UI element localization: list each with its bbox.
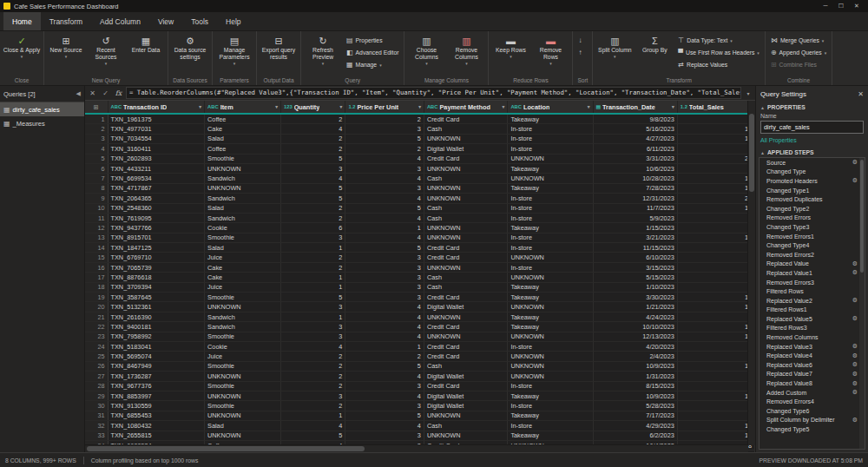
column-header-transaction-id[interactable]: ABCTransaction ID▾ <box>108 101 205 114</box>
table-cell[interactable]: In-store <box>508 243 593 253</box>
table-cell[interactable]: 4 <box>677 144 754 154</box>
table-cell[interactable]: Digital Wallet <box>424 302 507 312</box>
step-settings-gear-icon[interactable]: ⚙ <box>852 371 858 378</box>
table-cell[interactable]: 6/2/2023 <box>593 431 677 440</box>
table-cell[interactable]: 5 <box>345 361 424 371</box>
table-cell[interactable]: 4 <box>345 154 424 163</box>
table-cell[interactable]: 5 <box>280 194 345 203</box>
table-cell[interactable]: TXN_8876618 <box>108 273 205 282</box>
table-cell[interactable]: Cash <box>424 421 507 431</box>
table-cell[interactable]: UNKNOWN <box>205 411 281 420</box>
manage-button[interactable]: ▦Manage▾ <box>344 59 401 70</box>
table-cell[interactable]: 4/27/2023 <box>593 134 677 143</box>
table-cell[interactable]: Cash <box>424 361 507 371</box>
table-cell[interactable]: 8/15/2023 <box>593 381 677 391</box>
sort-descending-button[interactable]: ↑ <box>575 47 584 58</box>
applied-step-filtered-rows3[interactable]: Filtered Rows3 <box>760 324 865 333</box>
table-cell[interactable]: TXN_4977031 <box>108 124 205 134</box>
table-cell[interactable]: 6 <box>677 401 754 411</box>
table-cell[interactable]: 7/17/2023 <box>593 411 677 420</box>
applied-step-replaced-value8[interactable]: Replaced Value8⚙ <box>760 378 865 388</box>
table-cell[interactable]: 5 <box>280 183 345 193</box>
table-cell[interactable]: 4 <box>345 312 424 321</box>
properties-section-header[interactable]: ▲ PROPERTIES <box>756 102 868 112</box>
table-cell[interactable]: TXN_4717867 <box>108 183 205 193</box>
table-cell[interactable]: 5 <box>345 134 424 143</box>
table-cell[interactable]: 4 <box>677 341 754 351</box>
row-number[interactable]: 20 <box>85 302 108 312</box>
table-cell[interactable]: Cash <box>424 213 507 222</box>
table-cell[interactable]: 2 <box>345 144 424 154</box>
table-cell[interactable]: In-store <box>508 341 593 351</box>
table-cell[interactable]: Takeaway <box>508 312 593 321</box>
menu-tab-home[interactable]: Home <box>3 12 41 30</box>
vertical-scrollbar-thumb[interactable] <box>749 114 754 192</box>
applied-step-filtered-rows1[interactable]: Filtered Rows1 <box>760 306 865 315</box>
table-cell[interactable]: TXN_6769710 <box>108 253 205 262</box>
table-cell[interactable]: Takeaway <box>508 391 593 400</box>
table-cell[interactable]: 2 <box>280 401 345 411</box>
collapse-queries-pane-icon[interactable]: ◀ <box>76 90 81 97</box>
manage-parameters-button[interactable]: ▤Manage Parameters▾ <box>215 33 253 76</box>
enter-data-button[interactable]: ▦Enter Data <box>127 33 165 76</box>
table-cell[interactable]: 4 <box>345 372 424 381</box>
table-cell[interactable]: 2 <box>280 114 345 124</box>
menu-tab-help[interactable]: Help <box>217 12 249 30</box>
table-cell[interactable]: 3 <box>345 124 424 134</box>
table-cell[interactable]: 2 <box>280 134 345 143</box>
table-cell[interactable]: 10/28/2023 <box>593 174 677 183</box>
table-cell[interactable]: 1/31/2023 <box>593 372 677 381</box>
step-settings-gear-icon[interactable]: ⚙ <box>852 389 858 396</box>
table-cell[interactable]: UNKNOWN <box>508 352 593 361</box>
table-cell[interactable]: Smoothie <box>205 154 281 163</box>
menu-tab-tools[interactable]: Tools <box>182 12 217 30</box>
row-number[interactable]: 4 <box>85 144 108 154</box>
table-cell[interactable]: 5 <box>280 431 345 440</box>
table-cell[interactable]: UNKNOWN <box>508 302 593 312</box>
properties-button[interactable]: ▤Properties <box>344 35 401 46</box>
column-profiling-status[interactable]: Column profiling based on top 1000 rows <box>91 457 199 464</box>
minimize-button[interactable]: ─ <box>818 0 833 12</box>
applied-step-replaced-value6[interactable]: Replaced Value6⚙ <box>760 360 865 370</box>
applied-step-replaced-value[interactable]: Replaced Value⚙ <box>760 260 865 269</box>
horizontal-scrollbar[interactable] <box>85 444 748 452</box>
table-cell[interactable]: In-store <box>508 401 593 411</box>
step-settings-gear-icon[interactable]: ⚙ <box>852 352 858 359</box>
table-cell[interactable]: 7/28/2023 <box>593 183 677 193</box>
applied-step-added-custom[interactable]: Added Custom⚙ <box>760 388 865 398</box>
table-cell[interactable]: TXN_8467949 <box>108 361 205 371</box>
table-cell[interactable]: 5/15/2023 <box>593 273 677 282</box>
table-cell[interactable]: In-store <box>508 213 593 222</box>
formula-input[interactable]: = Table.ReorderColumns(#"Replaced Value3… <box>126 87 741 99</box>
table-cell[interactable]: 2 <box>280 253 345 262</box>
table-cell[interactable]: Cash <box>424 124 507 134</box>
table-cell[interactable]: UNKNOWN <box>424 262 507 272</box>
applied-step-removed-errors4[interactable]: Removed Errors4 <box>760 397 865 406</box>
column-header-location[interactable]: ABCLocation▾ <box>508 101 593 114</box>
table-cell[interactable]: UNKNOWN <box>424 332 507 341</box>
table-cell[interactable]: Cake <box>205 124 281 134</box>
applied-step-changed-type5[interactable]: Changed Type5 <box>760 424 865 434</box>
table-cell[interactable]: 1/21/2023 <box>593 302 677 312</box>
table-cell[interactable]: 3 <box>280 163 345 173</box>
replace-values-button[interactable]: ⇄Replace Values <box>675 59 762 70</box>
table-cell[interactable]: TXN_7065739 <box>108 262 205 272</box>
step-settings-gear-icon[interactable]: ⚙ <box>852 417 858 424</box>
row-number[interactable]: 33 <box>85 431 108 440</box>
all-properties-link[interactable]: All Properties <box>756 136 868 147</box>
step-settings-gear-icon[interactable]: ⚙ <box>852 177 858 184</box>
applied-step-replaced-value5[interactable]: Replaced Value5⚙ <box>760 314 865 324</box>
table-cell[interactable]: UNKNOWN <box>205 391 281 400</box>
applied-step-changed-type3[interactable]: Changed Type3 <box>760 222 865 232</box>
table-cell[interactable]: 4/24/2023 <box>593 312 677 321</box>
row-number[interactable]: 29 <box>85 391 108 400</box>
merge-queries-button[interactable]: ⋈Merge Queries▾ <box>768 35 829 46</box>
table-cell[interactable]: 5 <box>345 243 424 253</box>
table-cell[interactable]: 4 <box>345 421 424 431</box>
table-cell[interactable]: 3/30/2023 <box>593 293 677 302</box>
table-cell[interactable]: Sandwich <box>205 322 281 332</box>
table-cell[interactable]: 5/16/2023 <box>593 124 677 134</box>
row-number[interactable]: 27 <box>85 372 108 381</box>
table-cell[interactable]: 1 <box>345 341 424 351</box>
table-cell[interactable]: 15 <box>677 293 754 302</box>
